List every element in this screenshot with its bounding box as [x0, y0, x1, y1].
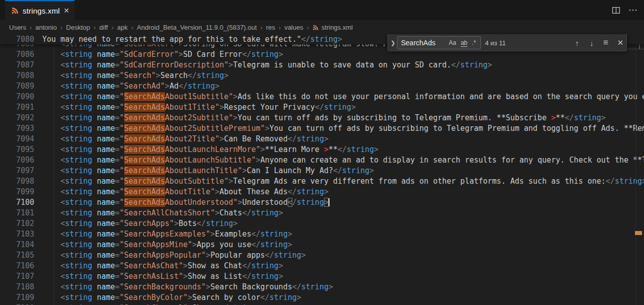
line-number: 7108: [0, 282, 34, 292]
line-number: 7102: [0, 218, 34, 229]
line-number: 7099: [0, 187, 34, 197]
code-line[interactable]: 7099 <string name="SearchAdsAboutTitle">…: [0, 187, 644, 197]
breadcrumb-separator: ›: [279, 24, 281, 31]
line-number: 7093: [0, 123, 34, 134]
breadcrumb-item[interactable]: Users: [9, 24, 27, 31]
find-results-count: 4 из 11: [485, 34, 506, 51]
code-line[interactable]: 7087 <string name="SdCardErrorDescriptio…: [0, 60, 644, 70]
overview-ruler-match-marker: [635, 231, 642, 235]
breadcrumb-item[interactable]: Desktop: [65, 24, 91, 31]
line-number: 7088: [0, 70, 34, 81]
whole-word-icon[interactable]: ab: [461, 39, 467, 47]
breadcrumb-separator: ›: [307, 24, 309, 31]
find-widget: ❯ Aa ab .* 4 из 11 ↑ ↓ ≡ ✕: [387, 34, 627, 51]
code-line[interactable]: 7093 <string name="SearchAdsAbout2Subtit…: [0, 123, 644, 134]
line-number: 7095: [0, 144, 34, 155]
code-line[interactable]: 7095 <string name="SearchAdsAboutLaunchL…: [0, 144, 644, 155]
line-number: 7090: [0, 92, 34, 102]
breadcrumb-separator: ›: [131, 24, 133, 31]
line-number: 7107: [0, 271, 34, 282]
breadcrumb-separator: ›: [111, 24, 113, 31]
breadcrumb-separator: ›: [60, 24, 62, 31]
find-input-box: Aa ab .*: [397, 36, 481, 49]
code-line[interactable]: 7088 <string name="Search">Search</strin…: [0, 70, 644, 81]
breadcrumb-item[interactable]: res: [266, 24, 276, 31]
line-number: 7094: [0, 134, 34, 144]
code-line[interactable]: 7089 <string name="SearchAd">Ad</string>: [0, 81, 644, 92]
split-editor-icon[interactable]: [612, 6, 620, 15]
code-line[interactable]: 7106 <string name="SearchAsChat">Show as…: [0, 261, 644, 271]
breadcrumb-item[interactable]: strings.xml: [312, 24, 353, 31]
text-cursor: [329, 198, 330, 206]
code-line[interactable]: 7097 <string name="SearchAdsAboutLaunchT…: [0, 166, 644, 176]
xml-feed-icon: [312, 24, 319, 31]
code-line[interactable]: 7090 <string name="SearchAdsAbout1Subtit…: [0, 92, 644, 102]
code-line[interactable]: 7107 <string name="SearchAsList">Show as…: [0, 271, 644, 282]
breadcrumb-item[interactable]: apk: [117, 24, 128, 31]
code-line[interactable]: 7094 <string name="SearchAdsAbout2Title"…: [0, 134, 644, 144]
code-line[interactable]: 7091 <string name="SearchAdsAbout1Title"…: [0, 102, 644, 113]
breadcrumb-separator: ›: [260, 24, 262, 31]
more-actions-icon[interactable]: ⋯: [628, 5, 638, 16]
code-line[interactable]: 7101 <string name="SearchAllChatsShort">…: [0, 208, 644, 218]
line-number: 7109: [0, 292, 34, 303]
line-number: 7087: [0, 60, 34, 70]
code-line[interactable]: 7092 <string name="SearchAdsAbout2Subtit…: [0, 113, 644, 123]
line-number: 7098: [0, 176, 34, 187]
tab-close-icon[interactable]: ✕: [62, 7, 70, 15]
code-line[interactable]: 7102 <string name="SearchApps">Bots</str…: [0, 218, 644, 229]
match-case-icon[interactable]: Aa: [449, 39, 456, 46]
code-line[interactable]: 7100 <string name="SearchAdsAboutUnderst…: [0, 197, 644, 208]
line-number: 7097: [0, 166, 34, 176]
sticky-line-number: 7080: [0, 34, 34, 44]
breadcrumb: Users›antonio›Desktop›diff›apk›Android_B…: [0, 20, 644, 34]
line-number: 7104: [0, 240, 34, 250]
breadcrumb-separator: ›: [94, 24, 96, 31]
line-number: 7106: [0, 261, 34, 271]
breadcrumb-item[interactable]: antonio: [35, 24, 57, 31]
line-number: 7086: [0, 49, 34, 60]
scrollbar-decoration: [627, 49, 644, 49]
code-line[interactable]: 7098 <string name="SearchAdsAboutSubtitl…: [0, 176, 644, 187]
line-number: 7092: [0, 113, 34, 123]
code-line[interactable]: 7096 <string name="SearchAdsAboutLaunchS…: [0, 155, 644, 166]
breadcrumb-item[interactable]: Android_Beta_Version_11.9.0_(5837).out: [136, 24, 257, 31]
line-number: 7091: [0, 102, 34, 113]
tab-strings-xml[interactable]: strings.xml ✕: [5, 0, 74, 20]
close-find-icon[interactable]: ✕: [614, 34, 626, 51]
line-number: 7110: [0, 303, 34, 305]
code-line[interactable]: 7110 <string name="SearchChannel">Show p…: [0, 303, 644, 305]
breadcrumb-item[interactable]: values: [284, 24, 304, 31]
find-input[interactable]: [397, 39, 449, 47]
code-line[interactable]: 7105 <string name="SearchAppsPopular">Po…: [0, 250, 644, 261]
line-number: 7096: [0, 155, 34, 166]
tab-label: strings.xml: [23, 7, 60, 15]
line-number: 7100: [0, 197, 34, 208]
code-line[interactable]: 7104 <string name="SearchAppsMine">Apps …: [0, 240, 644, 250]
regex-icon[interactable]: .*: [472, 39, 476, 46]
code-editor[interactable]: 7085 <string name="SdCardAlert">Storing …: [0, 34, 644, 305]
find-in-selection-icon[interactable]: ≡: [600, 34, 612, 51]
next-match-icon[interactable]: ↓: [586, 34, 598, 51]
line-number: 7103: [0, 229, 34, 240]
code-line[interactable]: 7103 <string name="SearchAppsExamples">E…: [0, 229, 644, 240]
line-number: 7101: [0, 208, 34, 218]
breadcrumb-item[interactable]: diff: [99, 24, 108, 31]
editor-actions: ⋯: [612, 0, 638, 20]
code-line[interactable]: 7109 <string name="SearchByColor">Search…: [0, 292, 644, 303]
breadcrumb-separator: ›: [30, 24, 32, 31]
xml-feed-icon: [11, 7, 19, 15]
tab-bar: strings.xml ✕ ⋯: [0, 0, 644, 20]
overview-ruler-border: [635, 34, 636, 305]
vscode-window: strings.xml ✕ ⋯ Users›antonio›Desktop›di…: [0, 0, 644, 305]
code-line[interactable]: 7108 <string name="SearchBackgrounds">Se…: [0, 282, 644, 292]
toggle-replace-chevron-icon[interactable]: ❯: [389, 34, 396, 51]
previous-match-icon[interactable]: ↑: [571, 34, 583, 51]
line-number: 7089: [0, 81, 34, 92]
line-number: 7105: [0, 250, 34, 261]
